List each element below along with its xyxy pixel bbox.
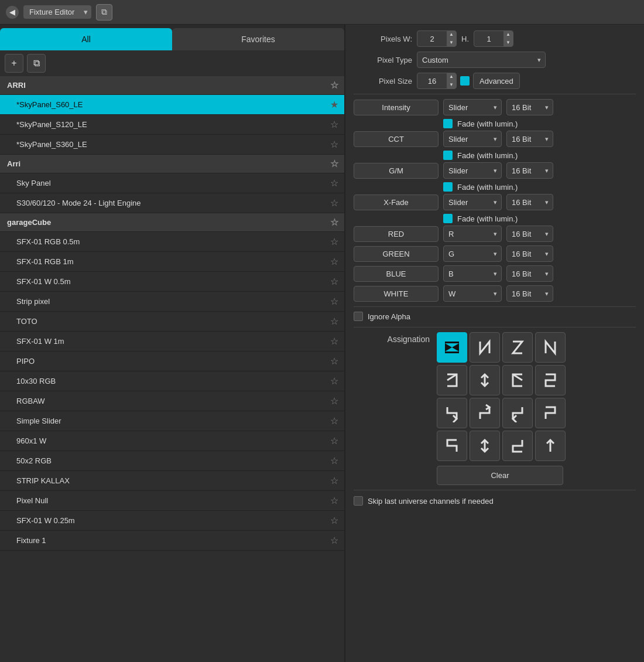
pixel-size-down[interactable]: ▼ [447, 81, 456, 89]
assign-btn-14[interactable] [502, 431, 533, 461]
pixel-size-input[interactable] [417, 77, 447, 86]
star-icon-skypanel[interactable]: ☆ [330, 178, 338, 189]
assign-btn-0[interactable] [437, 332, 467, 363]
intensity-bits-select[interactable]: 16 Bit [506, 99, 553, 115]
fixture-item-pipo[interactable]: PIPO ☆ [0, 352, 344, 371]
star-icon-rgbaw[interactable]: ☆ [330, 395, 338, 407]
assign-btn-6[interactable] [502, 365, 533, 395]
fixture-item-stripkallax[interactable]: STRIP KALLAX ☆ [0, 471, 344, 491]
fixture-item-skypanel-s120[interactable]: *SkyPanel_S120_LE ☆ [0, 115, 344, 135]
pixels-w-up[interactable]: ▲ [447, 30, 456, 39]
blue-bits-select[interactable]: 16 Bit [506, 265, 553, 282]
fixture-item-sfx01rgb05[interactable]: SFX-01 RGB 0.5m ☆ [0, 232, 344, 252]
star-icon-sfx01w025[interactable]: ☆ [330, 515, 338, 526]
fixture-list[interactable]: ARRI ☆ *SkyPanel_S60_LE ★ *SkyPanel_S120… [0, 76, 344, 662]
fixture-item-sfx01w1[interactable]: SFX-01 W 1m ☆ [0, 332, 344, 352]
star-icon-strippixel[interactable]: ☆ [330, 296, 338, 307]
assign-btn-8[interactable] [437, 398, 467, 428]
green-control-select[interactable]: G [443, 245, 502, 262]
star-icon-960x1w[interactable]: ☆ [330, 435, 338, 446]
assign-btn-4[interactable] [437, 365, 467, 395]
tab-favorites[interactable]: Favorites [172, 28, 344, 50]
copy-fixture-button[interactable]: ⧉ [27, 54, 46, 73]
fixture-item-10x30[interactable]: 10x30 RGB ☆ [0, 371, 344, 391]
assign-btn-3[interactable] [535, 332, 566, 363]
pixels-w-down[interactable]: ▼ [447, 39, 456, 47]
red-control-select[interactable]: R [443, 226, 502, 242]
add-fixture-button[interactable]: + [5, 54, 23, 73]
fixture-item-rgbaw[interactable]: RGBAW ☆ [0, 391, 344, 411]
fixture-item-fixture1[interactable]: Fixture 1 ☆ [0, 531, 344, 551]
fixture-item-skypanel[interactable]: Sky Panel ☆ [0, 173, 344, 193]
star-icon-s120[interactable]: ☆ [330, 119, 338, 130]
pixels-h-down[interactable]: ▼ [503, 39, 513, 47]
pixels-w-input[interactable] [417, 35, 447, 43]
assign-btn-13[interactable] [470, 431, 500, 461]
clear-button[interactable]: Clear [437, 466, 563, 485]
pixel-type-select[interactable]: Custom RGB RGBW RGBA [417, 52, 546, 68]
xfade-fade-checkbox[interactable] [443, 214, 453, 223]
white-control-select[interactable]: W [443, 285, 502, 302]
group-star-garagecube[interactable]: ☆ [330, 217, 338, 228]
group-star-arri[interactable]: ☆ [330, 80, 338, 91]
assign-btn-15[interactable] [535, 431, 566, 461]
star-icon-stripkallax[interactable]: ☆ [330, 475, 338, 486]
fixture-item-skypanel-s360[interactable]: *SkyPanel_S360_LE ☆ [0, 135, 344, 155]
title-dropdown[interactable]: Fixture Editor [23, 5, 91, 19]
fixture-item-sfx01w025[interactable]: SFX-01 W 0.25m ☆ [0, 511, 344, 531]
fixture-item-pixelnull[interactable]: Pixel Null ☆ [0, 491, 344, 511]
star-icon-fixture1[interactable]: ☆ [330, 535, 338, 546]
window-close-button[interactable]: ◀ [6, 6, 19, 19]
star-icon-pipo[interactable]: ☆ [330, 356, 338, 367]
cct-fade-checkbox[interactable] [443, 151, 453, 160]
fixture-item-s30[interactable]: S30/60/120 - Mode 24 - Light Engine ☆ [0, 193, 344, 213]
tab-all[interactable]: All [0, 28, 172, 50]
skip-last-checkbox[interactable] [354, 496, 363, 506]
advanced-button[interactable]: Advanced [473, 73, 520, 89]
star-icon-s60[interactable]: ★ [330, 99, 338, 110]
gm-fade-checkbox[interactable] [443, 182, 453, 192]
fixture-item-strippixel[interactable]: Strip pixel ☆ [0, 292, 344, 312]
star-icon-s30[interactable]: ☆ [330, 197, 338, 209]
group-star-arri2[interactable]: ☆ [330, 158, 338, 169]
fixture-item-toto[interactable]: TOTO ☆ [0, 312, 344, 332]
star-icon-simpleslider[interactable]: ☆ [330, 415, 338, 426]
pixels-h-input[interactable] [474, 35, 503, 43]
intensity-control-select[interactable]: Slider [443, 99, 502, 115]
blue-control-select[interactable]: B [443, 265, 502, 282]
star-icon-10x30[interactable]: ☆ [330, 376, 338, 387]
star-icon-sfx01w05[interactable]: ☆ [330, 276, 338, 287]
assign-btn-10[interactable] [502, 398, 533, 428]
assign-btn-2[interactable] [502, 332, 533, 363]
fixture-item-sfx01w05[interactable]: SFX-01 W 0.5m ☆ [0, 272, 344, 292]
assign-btn-1[interactable] [470, 332, 500, 363]
white-bits-select[interactable]: 16 Bit [506, 285, 553, 302]
red-bits-select[interactable]: 16 Bit [506, 226, 553, 242]
cct-bits-select[interactable]: 16 Bit [506, 131, 553, 147]
star-icon-toto[interactable]: ☆ [330, 316, 338, 327]
fixture-item-skypanel-s60[interactable]: *SkyPanel_S60_LE ★ [0, 95, 344, 115]
cct-control-select[interactable]: Slider [443, 131, 502, 147]
fixture-item-sfx01rgb1[interactable]: SFX-01 RGB 1m ☆ [0, 252, 344, 272]
ignore-alpha-checkbox[interactable] [354, 312, 363, 321]
star-icon-50x2rgb[interactable]: ☆ [330, 455, 338, 466]
star-icon-pixelnull[interactable]: ☆ [330, 495, 338, 506]
assign-btn-5[interactable] [470, 365, 500, 395]
assign-btn-12[interactable] [437, 431, 467, 461]
star-icon-s360[interactable]: ☆ [330, 139, 338, 150]
fixture-item-960x1w[interactable]: 960x1 W ☆ [0, 431, 344, 451]
fixture-item-simpleslider[interactable]: Simple Slider ☆ [0, 411, 344, 431]
star-icon-sfx01rgb05[interactable]: ☆ [330, 236, 338, 247]
extern-button[interactable]: ⧉ [96, 4, 112, 21]
star-icon-sfx01w1[interactable]: ☆ [330, 336, 338, 347]
gm-control-select[interactable]: Slider [443, 162, 502, 179]
pixel-size-checkbox[interactable] [460, 76, 470, 86]
intensity-fade-checkbox[interactable] [443, 119, 453, 128]
pixel-size-up[interactable]: ▲ [447, 73, 456, 81]
fixture-item-50x2rgb[interactable]: 50x2 RGB ☆ [0, 451, 344, 471]
xfade-bits-select[interactable]: 16 Bit [506, 194, 553, 210]
green-bits-select[interactable]: 16 Bit [506, 245, 553, 262]
gm-bits-select[interactable]: 16 Bit [506, 162, 553, 179]
assign-btn-7[interactable] [535, 365, 566, 395]
star-icon-sfx01rgb1[interactable]: ☆ [330, 256, 338, 267]
